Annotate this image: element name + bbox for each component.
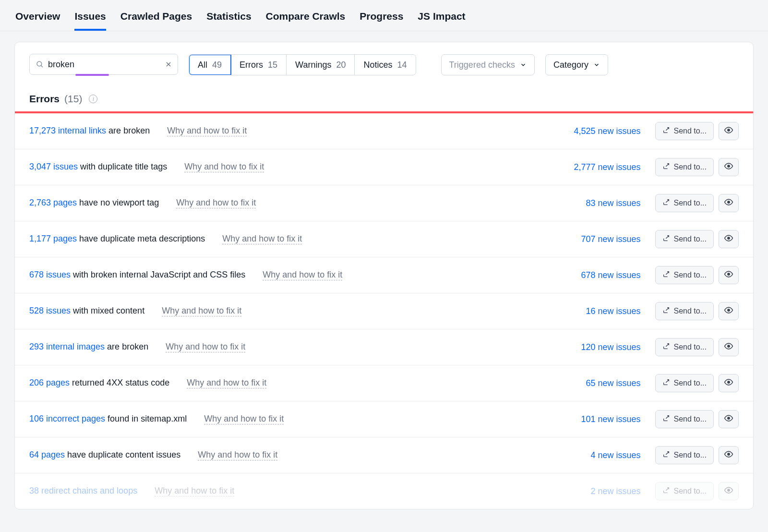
filter-notices[interactable]: Notices14 — [355, 55, 415, 75]
send-to-button[interactable]: Send to... — [655, 194, 714, 212]
filter-warnings[interactable]: Warnings20 — [287, 55, 355, 75]
new-issues-link[interactable]: 65 new issues — [545, 378, 641, 388]
issue-count-link[interactable]: 678 issues — [29, 270, 71, 279]
send-to-button[interactable]: Send to... — [655, 374, 714, 392]
eye-icon — [724, 269, 733, 281]
send-to-button[interactable]: Send to... — [655, 230, 714, 248]
issue-count-link[interactable]: 2,763 pages — [29, 198, 77, 207]
issue-rest: are broken — [106, 126, 150, 135]
new-issues-link[interactable]: 16 new issues — [545, 306, 641, 316]
how-to-fix-link[interactable]: Why and how to fix it — [155, 486, 234, 496]
issue-count-link[interactable]: 528 issues — [29, 306, 71, 315]
tab-crawled-pages[interactable]: Crawled Pages — [120, 11, 192, 31]
new-issues-link[interactable]: 83 new issues — [545, 198, 641, 208]
issue-row: 38 redirect chains and loopsWhy and how … — [15, 473, 753, 509]
how-to-fix-link[interactable]: Why and how to fix it — [184, 162, 264, 172]
filter-errors[interactable]: Errors15 — [231, 55, 287, 75]
share-icon — [662, 306, 670, 316]
send-to-button[interactable]: Send to... — [655, 302, 714, 320]
issue-text[interactable]: 2,763 pages have no viewport tag — [29, 198, 159, 208]
how-to-fix-link[interactable]: Why and how to fix it — [176, 198, 256, 208]
send-to-button[interactable]: Send to... — [655, 446, 714, 464]
tab-js-impact[interactable]: JS Impact — [418, 11, 465, 31]
view-button[interactable] — [719, 266, 739, 284]
issue-text[interactable]: 17,273 internal links are broken — [29, 126, 150, 136]
issue-row: 528 issues with mixed contentWhy and how… — [15, 293, 753, 329]
filter-all[interactable]: All49 — [189, 55, 231, 75]
issue-count-link[interactable]: 38 redirect chains and loops — [29, 486, 137, 496]
send-label: Send to... — [674, 163, 707, 171]
info-icon[interactable] — [89, 95, 97, 103]
tab-overview[interactable]: Overview — [15, 11, 60, 31]
view-button[interactable] — [719, 122, 739, 140]
issue-text[interactable]: 106 incorrect pages found in sitemap.xml — [29, 414, 187, 424]
send-to-button[interactable]: Send to... — [655, 266, 714, 284]
send-to-button[interactable]: Send to... — [655, 410, 714, 428]
send-label: Send to... — [674, 235, 707, 243]
view-button[interactable] — [719, 482, 739, 500]
new-issues-link[interactable]: 4,525 new issues — [545, 126, 641, 136]
how-to-fix-link[interactable]: Why and how to fix it — [263, 270, 342, 280]
how-to-fix-link[interactable]: Why and how to fix it — [187, 378, 266, 388]
issue-count-link[interactable]: 293 internal images — [29, 342, 105, 351]
send-to-button[interactable]: Send to... — [655, 122, 714, 140]
svg-point-9 — [728, 309, 730, 311]
category-dropdown[interactable]: Category — [545, 54, 608, 75]
issue-count-link[interactable]: 1,177 pages — [29, 234, 77, 243]
issue-text[interactable]: 38 redirect chains and loops — [29, 486, 137, 496]
issue-text[interactable]: 528 issues with mixed content — [29, 306, 144, 316]
tab-progress[interactable]: Progress — [360, 11, 403, 31]
new-issues-link[interactable]: 2,777 new issues — [545, 162, 641, 172]
new-issues-link[interactable]: 4 new issues — [545, 450, 641, 460]
eye-icon — [724, 233, 733, 245]
new-issues-link[interactable]: 678 new issues — [545, 270, 641, 280]
issue-count-link[interactable]: 17,273 internal links — [29, 126, 106, 135]
new-issues-link[interactable]: 120 new issues — [545, 342, 641, 352]
how-to-fix-link[interactable]: Why and how to fix it — [166, 342, 245, 352]
svg-point-5 — [728, 165, 730, 167]
new-issues-link[interactable]: 707 new issues — [545, 234, 641, 244]
clear-search-icon[interactable] — [165, 60, 172, 69]
view-button[interactable] — [719, 338, 739, 356]
how-to-fix-link[interactable]: Why and how to fix it — [162, 306, 241, 316]
how-to-fix-link[interactable]: Why and how to fix it — [167, 126, 247, 136]
view-button[interactable] — [719, 158, 739, 176]
how-to-fix-link[interactable]: Why and how to fix it — [222, 234, 302, 244]
issue-count-link[interactable]: 206 pages — [29, 378, 70, 387]
issue-text[interactable]: 293 internal images are broken — [29, 342, 148, 352]
send-to-button[interactable]: Send to... — [655, 482, 714, 500]
new-issues-link[interactable]: 101 new issues — [545, 414, 641, 424]
issue-count-link[interactable]: 64 pages — [29, 450, 65, 459]
triggered-checks-dropdown[interactable]: Triggered checks — [441, 54, 535, 75]
row-actions: Send to... — [655, 158, 739, 176]
view-button[interactable] — [719, 374, 739, 392]
eye-icon — [724, 413, 733, 425]
view-button[interactable] — [719, 230, 739, 248]
issue-text[interactable]: 1,177 pages have duplicate meta descript… — [29, 234, 205, 244]
view-button[interactable] — [719, 302, 739, 320]
send-to-button[interactable]: Send to... — [655, 158, 714, 176]
issue-text[interactable]: 678 issues with broken internal JavaScri… — [29, 270, 245, 280]
issue-text[interactable]: 64 pages have duplicate content issues — [29, 450, 180, 460]
severity-filter: All49Errors15Warnings20Notices14 — [189, 54, 416, 75]
share-icon — [662, 450, 670, 460]
tab-compare-crawls[interactable]: Compare Crawls — [266, 11, 346, 31]
issue-description: 106 incorrect pages found in sitemap.xml… — [29, 414, 530, 424]
new-issues-link[interactable]: 2 new issues — [545, 486, 641, 496]
how-to-fix-link[interactable]: Why and how to fix it — [198, 450, 277, 460]
view-button[interactable] — [719, 194, 739, 212]
search-input[interactable] — [48, 60, 161, 70]
issue-row: 1,177 pages have duplicate meta descript… — [15, 221, 753, 257]
tab-statistics[interactable]: Statistics — [206, 11, 251, 31]
send-to-button[interactable]: Send to... — [655, 338, 714, 356]
view-button[interactable] — [719, 446, 739, 464]
tab-issues[interactable]: Issues — [74, 11, 106, 31]
search-input-wrap[interactable] — [29, 54, 178, 75]
view-button[interactable] — [719, 410, 739, 428]
issue-count-link[interactable]: 3,047 issues — [29, 162, 78, 171]
issue-count-link[interactable]: 106 incorrect pages — [29, 414, 105, 423]
issue-text[interactable]: 206 pages returned 4XX status code — [29, 378, 169, 388]
how-to-fix-link[interactable]: Why and how to fix it — [204, 414, 284, 424]
issue-text[interactable]: 3,047 issues with duplicate title tags — [29, 162, 167, 172]
share-icon — [662, 486, 670, 496]
